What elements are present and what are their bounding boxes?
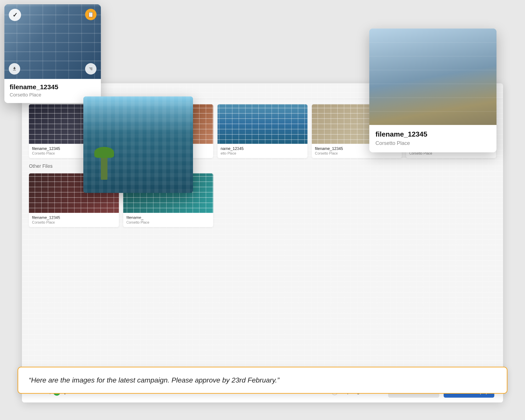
fc2-image-container: [369, 28, 497, 125]
fc2-location: Corsetto Place: [375, 140, 490, 146]
fc2-info: filename_12345 Corsetto Place: [369, 125, 497, 152]
fc1-location: Corsetto Place: [10, 92, 96, 98]
floating-card-1: ✓ 📋 filename_12345 Corsetto Place: [4, 4, 101, 103]
quote-box: “Here are the images for the latest camp…: [18, 367, 507, 394]
fc2-building-bg: [369, 28, 497, 125]
fc2-filename: filename_12345: [375, 130, 490, 138]
check-icon[interactable]: ✓: [9, 9, 21, 21]
fc1-filename: filename_12345: [10, 83, 96, 91]
fc1-image-container: ✓ 📋: [4, 4, 101, 79]
details-icon[interactable]: [85, 63, 96, 74]
download-icon[interactable]: [9, 63, 20, 74]
floating-center-image: [83, 96, 193, 193]
palm-tree-decoration: [101, 154, 107, 180]
floating-card-2: filename_12345 Corsetto Place: [369, 28, 497, 152]
quote-text: “Here are the images for the latest camp…: [29, 376, 279, 384]
glass-building-bg: [83, 96, 193, 193]
document-badge-icon[interactable]: 📋: [85, 9, 96, 20]
